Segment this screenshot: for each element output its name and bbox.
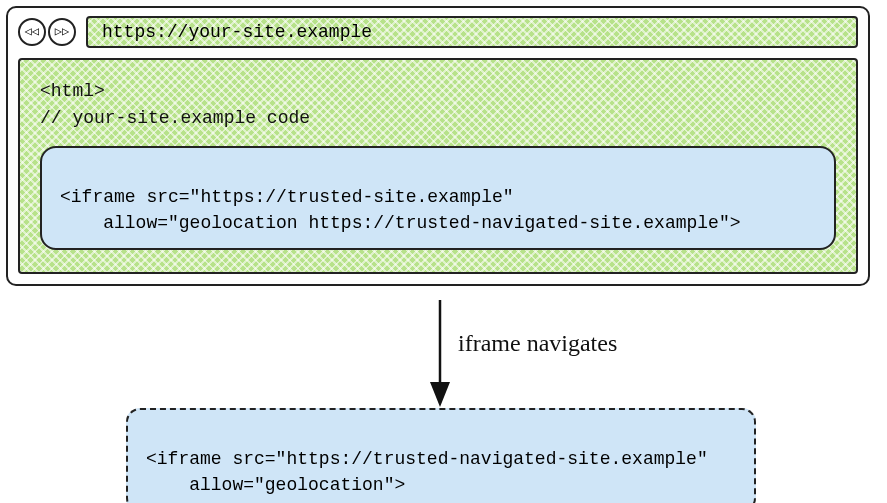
forward-button[interactable]: ▷▷ — [48, 18, 76, 46]
navigation-arrow — [0, 298, 887, 418]
url-bar[interactable]: https://your-site.example — [86, 16, 858, 48]
arrow-label: iframe navigates — [458, 330, 617, 357]
back-button[interactable]: ◁◁ — [18, 18, 46, 46]
page-code-line-1: <html> — [40, 78, 836, 105]
browser-toolbar: ◁◁ ▷▷ https://your-site.example — [18, 16, 858, 48]
iframe-box-navigated: <iframe src="https://trusted-navigated-s… — [126, 408, 756, 503]
iframe-original-line-2: allow="geolocation https://trusted-navig… — [60, 213, 741, 233]
iframe-box-original: <iframe src="https://trusted-site.exampl… — [40, 146, 836, 250]
page-viewport: <html> // your-site.example code <iframe… — [18, 58, 858, 274]
nav-buttons: ◁◁ ▷▷ — [18, 18, 76, 46]
page-code-line-2: // your-site.example code — [40, 105, 836, 132]
iframe-original-line-1: <iframe src="https://trusted-site.exampl… — [60, 187, 514, 207]
iframe-navigated-line-2: allow="geolocation"> — [146, 475, 405, 495]
url-text: https://your-site.example — [102, 22, 372, 42]
iframe-navigated-line-1: <iframe src="https://trusted-navigated-s… — [146, 449, 708, 469]
browser-window: ◁◁ ▷▷ https://your-site.example <html> /… — [6, 6, 870, 286]
